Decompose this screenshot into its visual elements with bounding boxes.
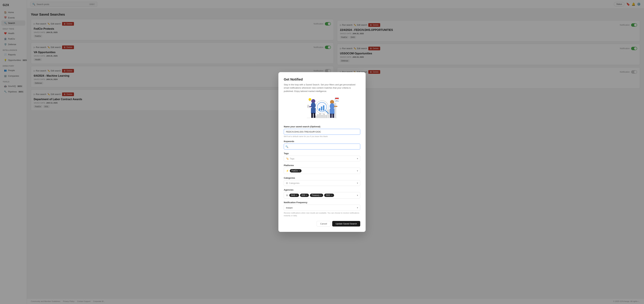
form-section-tags: Tags 🏷️ Tags ▾ [284, 152, 360, 162]
chevron-down-icon: ▾ [357, 170, 358, 172]
svg-rect-11 [311, 108, 316, 114]
svg-rect-16 [308, 106, 309, 106]
frequency-select[interactable]: Instant ▾ [284, 205, 360, 211]
modal-footer: Cancel Update Saved Search [284, 221, 360, 226]
remove-doi-button[interactable]: × [306, 194, 307, 196]
tags-icon: 🏷️ [286, 157, 289, 160]
platform-chip-fedciv: FedCiv × [290, 169, 302, 172]
form-section-frequency: Notification Frequency Instant ▾ Receive… [284, 201, 360, 217]
svg-rect-32 [317, 114, 319, 118]
platforms-select[interactable]: ⚡ FedCiv × ▾ [284, 168, 360, 174]
agencies-label: Agencies [284, 188, 360, 191]
name-label: Name your saved search (Optional) [284, 125, 360, 128]
svg-rect-18 [308, 107, 308, 107]
chevron-down-icon: ▾ [357, 182, 358, 184]
tags-select[interactable]: 🏷️ Tags ▾ [284, 156, 360, 162]
form-section-keywords: Keywords 🔍 [284, 140, 360, 150]
categories-select[interactable]: ⊞ Categories ▾ [284, 180, 360, 186]
platforms-icon: ⚡ [286, 170, 289, 172]
svg-rect-25 [332, 114, 334, 118]
remove-treasury-button[interactable]: × [320, 194, 322, 196]
svg-rect-23 [330, 108, 334, 114]
chevron-down-icon: ▾ [357, 206, 358, 209]
svg-rect-34 [321, 114, 323, 118]
saved-search-name-input[interactable] [284, 129, 360, 135]
modal-illustration: 17 [284, 96, 360, 121]
illustration-svg: 17 [305, 96, 339, 121]
svg-rect-36 [325, 115, 327, 118]
agency-chip-doc: DOC × [324, 194, 334, 197]
frequency-value: Instant [286, 206, 292, 209]
remove-doc-button[interactable]: × [331, 194, 332, 196]
svg-rect-35 [323, 114, 325, 118]
agency-chip-dhs: DHS × [289, 194, 299, 197]
form-section-platforms: Platforms ⚡ FedCiv × ▾ [284, 164, 360, 174]
agency-chip-doi: DOI × [300, 194, 309, 197]
svg-text:17: 17 [336, 100, 338, 101]
platforms-chips: FedCiv × [290, 169, 357, 172]
name-hint: We'll set a default name for you if you … [284, 136, 360, 138]
svg-point-22 [330, 103, 334, 109]
frequency-hint: Receive notifications when new results a… [284, 212, 360, 217]
categories-label: Categories [284, 177, 360, 179]
svg-rect-7 [323, 105, 324, 110]
tags-label: Tags [284, 152, 360, 155]
keywords-search-icon: 🔍 [286, 145, 288, 148]
agency-chip-treasury: Treasury × [310, 194, 323, 197]
svg-rect-31 [315, 116, 317, 118]
agencies-chips: DHS × DOI × Treasury × DOC × [289, 194, 357, 197]
chevron-down-icon: ▾ [357, 194, 358, 197]
chevron-down-icon: ▾ [357, 157, 358, 160]
svg-rect-26 [334, 106, 338, 107]
svg-rect-12 [311, 113, 313, 118]
svg-rect-20 [309, 100, 310, 101]
keywords-input[interactable] [284, 144, 360, 150]
categories-icon: ⊞ [286, 182, 288, 184]
svg-rect-28 [335, 98, 339, 99]
update-saved-search-button[interactable]: Update Saved Search [332, 221, 360, 226]
remove-fedciv-button[interactable]: × [298, 170, 300, 172]
svg-rect-33 [319, 113, 321, 118]
agencies-select[interactable]: 🏛 DHS × DOI × Treasury × DOC [284, 192, 360, 198]
svg-point-19 [308, 98, 311, 101]
keywords-label: Keywords [284, 140, 360, 142]
svg-rect-24 [330, 114, 332, 118]
svg-rect-6 [321, 106, 322, 110]
svg-rect-17 [308, 106, 309, 106]
modal: Get Notified Stay in the loop with a Sav… [278, 72, 366, 232]
svg-rect-0 [327, 110, 330, 118]
frequency-label: Notification Frequency [284, 201, 360, 204]
remove-dhs-button[interactable]: × [296, 194, 297, 196]
form-section-categories: Categories ⊞ Categories ▾ [284, 177, 360, 186]
categories-placeholder: Categories [289, 182, 357, 184]
tags-placeholder: Tags [290, 157, 357, 160]
agencies-icon: 🏛 [286, 194, 288, 197]
svg-point-10 [311, 102, 316, 108]
cancel-button[interactable]: Cancel [317, 221, 330, 226]
modal-title: Get Notified [284, 78, 360, 81]
svg-rect-5 [319, 108, 320, 110]
form-section-agencies: Agencies 🏛 DHS × DOI × Treasury × [284, 188, 360, 198]
modal-subtitle: Stay in the loop with a Saved Search. Se… [284, 83, 360, 93]
platforms-label: Platforms [284, 164, 360, 166]
svg-rect-13 [314, 113, 315, 118]
form-section-name: Name your saved search (Optional) We'll … [284, 125, 360, 138]
modal-overlay[interactable]: Get Notified Stay in the loop with a Sav… [0, 0, 644, 304]
